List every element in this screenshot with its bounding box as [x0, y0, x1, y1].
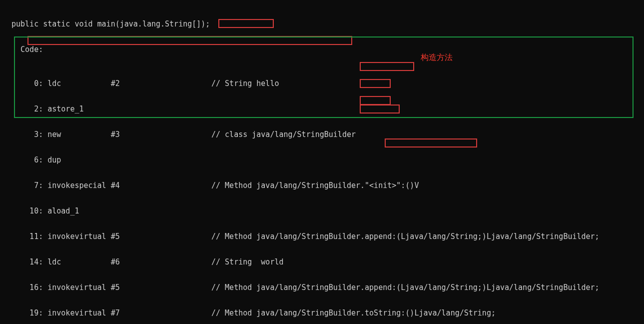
bc-5-lhs: 10: aload_1	[11, 207, 79, 216]
redbox-string-hello	[218, 19, 274, 28]
bc-9-lhs: 19: invokevirtual #7	[11, 309, 120, 318]
bytecode-terminal: public static void main(java.lang.String…	[0, 0, 644, 324]
bc-7-rhs: // String world	[211, 258, 284, 266]
bc-8-rhs: // Method java/lang/StringBuilder.append…	[211, 284, 600, 292]
bc-2-lhs: 3: new #3	[11, 130, 120, 139]
method-signature: public static void main(java.lang.String…	[11, 20, 210, 28]
bc-4-rhs: // Method java/lang/StringBuilder."<init…	[211, 182, 419, 190]
bc-8-lhs: 16: invokevirtual #5	[11, 284, 120, 292]
bc-2-rhs: // class java/lang/StringBuilder	[211, 130, 356, 139]
bc-9-rhs: // Method java/lang/StringBuilder.toStri…	[211, 309, 496, 318]
annotation-constructor: 构造方法	[421, 53, 453, 62]
greenbox-builder-block	[14, 36, 634, 118]
redbox-println-sig	[385, 138, 477, 148]
bc-6-lhs: 11: invokevirtual #5	[11, 232, 120, 241]
bc-7-lhs: 14: ldc #6	[11, 258, 120, 266]
bc-4-lhs: 7: invokespecial #4	[11, 182, 120, 190]
bc-6-rhs: // Method java/lang/StringBuilder.append…	[211, 232, 600, 241]
bc-3-lhs: 6: dup	[11, 156, 61, 164]
